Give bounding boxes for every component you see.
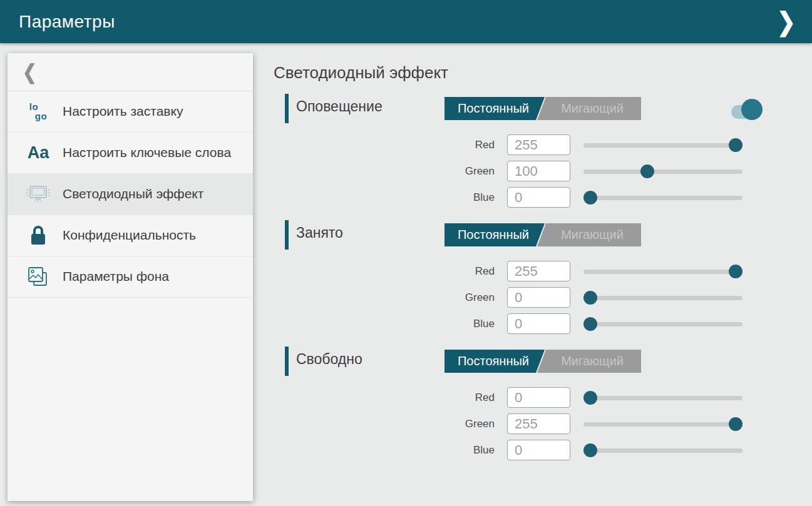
mode-blinking-label[interactable]: Мигающий: [548, 350, 636, 373]
blue-input[interactable]: [507, 187, 570, 208]
red-input[interactable]: [507, 134, 570, 155]
blue-slider[interactable]: [583, 313, 743, 335]
background-images-icon: [23, 265, 54, 289]
mode-constant-label[interactable]: Постоянный: [450, 223, 537, 246]
slider-thumb[interactable]: [583, 291, 597, 305]
blue-row: Blue: [285, 187, 779, 208]
sidebar-item-screensaver[interactable]: logo Настроить заставку: [8, 91, 253, 133]
red-input[interactable]: [507, 261, 570, 281]
led-effect-icon: [23, 183, 54, 206]
green-label: Green: [429, 291, 495, 304]
section-busy: Занято Постоянный Мигающий Red Green Blu…: [285, 219, 779, 338]
page-title: Параметры: [19, 12, 115, 32]
red-label: Red: [429, 392, 495, 404]
green-slider[interactable]: [583, 161, 743, 182]
slider-track[interactable]: [583, 143, 743, 148]
slider-track[interactable]: [583, 196, 743, 200]
section-notification: Оповещение Постоянный Мигающий Red Green: [285, 93, 779, 211]
sidebar-item-label: Настроить ключевые слова: [63, 138, 242, 167]
sidebar-item-label: Параметры фона: [63, 262, 180, 291]
slider-track[interactable]: [583, 322, 743, 326]
section-accent-bar: [285, 94, 289, 123]
slider-track[interactable]: [583, 422, 743, 427]
sidebar-item-privacy[interactable]: Конфиденциальность: [8, 215, 253, 256]
red-slider[interactable]: [583, 387, 743, 408]
sidebar-back-button[interactable]: ❮: [8, 53, 253, 91]
sidebar: ❮ logo Настроить заставку Aa Настроить к…: [8, 53, 253, 501]
slider-track[interactable]: [583, 448, 743, 453]
blue-row: Blue: [285, 440, 779, 461]
blue-label: Blue: [429, 444, 495, 457]
logo-icon: logo: [23, 103, 54, 121]
sidebar-item-led-effect[interactable]: Светодиодный эффект: [8, 174, 253, 215]
main-title: Светодиодный эффект: [274, 63, 448, 83]
slider-thumb[interactable]: [729, 138, 743, 152]
keywords-icon: Aa: [23, 143, 54, 163]
blue-input[interactable]: [507, 440, 570, 460]
mode-segmented-control: Постоянный Мигающий: [445, 223, 641, 246]
slider-thumb[interactable]: [583, 191, 597, 205]
section-free: Свободно Постоянный Мигающий Red Green B…: [285, 345, 779, 464]
mode-segmented-control: Постоянный Мигающий: [445, 350, 641, 373]
slider-track[interactable]: [583, 396, 743, 400]
blue-slider[interactable]: [583, 187, 743, 208]
blue-input[interactable]: [507, 313, 570, 334]
slider-track[interactable]: [583, 170, 743, 174]
green-row: Green: [285, 287, 779, 308]
mode-constant-label[interactable]: Постоянный: [450, 97, 537, 120]
section-title: Свободно: [296, 351, 362, 368]
red-row: Red: [285, 261, 779, 282]
section-title: Занято: [296, 225, 343, 241]
notification-toggle[interactable]: [731, 96, 766, 123]
blue-row: Blue: [285, 313, 779, 335]
red-slider[interactable]: [583, 261, 743, 282]
sidebar-item-label: Конфиденциальность: [63, 221, 207, 250]
sidebar-item-label: Светодиодный эффект: [63, 180, 215, 208]
green-row: Green: [285, 413, 779, 435]
section-title: Оповещение: [296, 98, 383, 115]
chevron-right-icon[interactable]: ❯: [777, 9, 796, 34]
blue-label: Blue: [429, 191, 495, 204]
red-label: Red: [429, 139, 495, 151]
mode-segmented-control: Постоянный Мигающий: [445, 97, 641, 120]
toggle-knob: [741, 99, 763, 120]
slider-thumb[interactable]: [583, 317, 597, 331]
red-row: Red: [285, 134, 779, 156]
green-input[interactable]: [507, 161, 570, 181]
green-slider[interactable]: [583, 287, 743, 308]
slider-track[interactable]: [583, 296, 743, 300]
section-accent-bar: [285, 220, 289, 250]
sidebar-item-background[interactable]: Параметры фона: [8, 256, 253, 298]
blue-slider[interactable]: [583, 440, 743, 461]
app-header: Параметры ❯: [0, 0, 812, 43]
red-label: Red: [429, 265, 495, 278]
mode-constant-label[interactable]: Постоянный: [450, 350, 537, 373]
lock-icon: [23, 225, 54, 247]
slider-thumb[interactable]: [729, 265, 743, 278]
green-label: Green: [429, 418, 495, 430]
blue-label: Blue: [429, 318, 495, 330]
mode-blinking-label[interactable]: Мигающий: [548, 223, 636, 246]
green-input[interactable]: [507, 287, 570, 308]
slider-thumb[interactable]: [583, 391, 597, 405]
slider-thumb[interactable]: [640, 164, 654, 178]
chevron-left-icon: ❮: [23, 60, 37, 84]
green-input[interactable]: [507, 413, 570, 434]
red-row: Red: [285, 387, 779, 408]
sidebar-item-label: Настроить заставку: [63, 97, 194, 126]
main-content: Светодиодный эффект Оповещение Постоянны…: [253, 43, 812, 506]
green-row: Green: [285, 161, 779, 182]
green-label: Green: [429, 165, 495, 178]
red-input[interactable]: [507, 387, 570, 408]
slider-track[interactable]: [583, 270, 743, 274]
green-slider[interactable]: [583, 413, 743, 435]
slider-thumb[interactable]: [729, 417, 743, 431]
mode-blinking-label[interactable]: Мигающий: [548, 97, 636, 120]
section-accent-bar: [285, 347, 289, 376]
slider-thumb[interactable]: [583, 443, 597, 457]
red-slider[interactable]: [583, 134, 743, 156]
sidebar-item-keywords[interactable]: Aa Настроить ключевые слова: [8, 133, 253, 174]
